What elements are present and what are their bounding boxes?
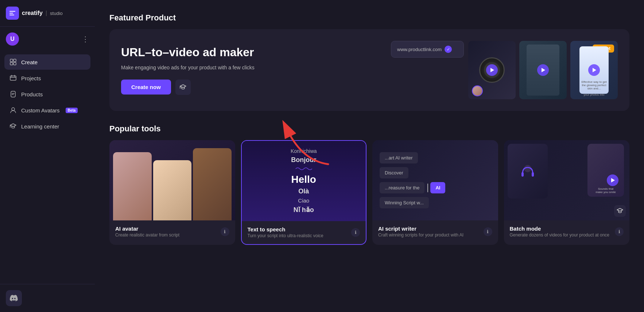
tool-card-ai-avatar[interactable]: AI avatar Create realistic avatar from s…: [109, 140, 235, 245]
tool-footer-avatar: AI avatar Create realistic avatar from s…: [109, 220, 235, 243]
learning-icon: [9, 123, 17, 130]
avatar-icon: [9, 107, 17, 114]
headphones-person: [508, 144, 548, 199]
svg-rect-2: [9, 15, 14, 15]
beta-badge: Beta: [66, 108, 78, 113]
svg-rect-3: [10, 59, 13, 62]
play-button-2[interactable]: [537, 64, 549, 76]
projects-icon: [9, 74, 17, 82]
main-content: Featured Product URL–to–video ad maker M…: [95, 0, 644, 312]
featured-actions: Create now: [121, 80, 255, 95]
featured-right: www.productlink.com ✓: [391, 41, 618, 99]
graduation-icon: [614, 205, 626, 217]
sidebar-item-custom-avatars[interactable]: Custom Avatars Beta: [4, 103, 90, 118]
svg-rect-7: [10, 76, 16, 80]
thumb-label: your photos into: [570, 93, 618, 96]
studio-label: studio: [50, 11, 63, 16]
batch-video-thumb: Sounds thatmake you smile: [587, 144, 624, 197]
tool-card-tts[interactable]: Konnichiwa Bonjour Hello Olà Ciao Nǐ hǎo: [241, 140, 367, 245]
user-row: U ⋮: [0, 27, 95, 51]
sidebar-item-create[interactable]: Create: [4, 54, 90, 70]
svg-rect-5: [10, 62, 13, 65]
featured-section: Featured Product URL–to–video ad maker M…: [109, 13, 629, 111]
tool-footer-batch: Batch mode Generate dozens of videos for…: [504, 220, 630, 243]
learn-button[interactable]: [175, 80, 191, 95]
tool-thumb-avatar: [109, 140, 235, 220]
svg-rect-4: [13, 59, 16, 62]
create-icon: [9, 58, 17, 66]
tts-word-konnichiwa: Konnichiwa: [291, 148, 317, 154]
sidebar-item-label: Custom Avatars: [21, 107, 60, 113]
logo-area: creatify | studio: [6, 7, 63, 20]
nav-list: Create Projects Products: [0, 51, 95, 137]
video-thumb-skincare: 🔥 Hot Effective way to getthe glowing pe…: [570, 41, 618, 99]
tool-thumb-tts: Konnichiwa Bonjour Hello Olà Ciao Nǐ hǎo: [242, 141, 366, 221]
tool-card-script[interactable]: ...art AI writer Discover ...reasure for…: [372, 140, 498, 245]
svg-rect-1: [9, 13, 13, 14]
popular-section: Popular tools AI avatar C: [109, 124, 629, 245]
brand-name: creatify: [22, 10, 43, 16]
logo-text: creatify | studio: [22, 10, 63, 16]
svg-rect-6: [13, 62, 16, 65]
tts-wave: [260, 166, 348, 172]
tool-thumb-script: ...art AI writer Discover ...reasure for…: [372, 140, 498, 220]
tts-word-ciao: Ciao: [298, 197, 309, 204]
tool-footer-script: AI script writer Craft winning scripts f…: [372, 220, 498, 243]
avatar-face: [472, 85, 483, 96]
sidebar-header: creatify | studio: [0, 0, 95, 27]
tts-word-hello: Hello: [291, 174, 316, 185]
headphones-icon: [519, 162, 537, 180]
sidebar-footer: [0, 284, 95, 312]
popular-title: Popular tools: [109, 124, 629, 134]
sidebar-item-projects[interactable]: Projects: [4, 70, 90, 86]
featured-left: URL–to–video ad maker Make engaging vide…: [121, 45, 255, 95]
batch-thumb-label: Sounds thatmake you smile: [590, 187, 621, 194]
tool-desc: Turn your script into ultra-realistic vo…: [248, 233, 323, 239]
tts-word-bonjour: Bonjour: [291, 156, 316, 164]
avatar[interactable]: U: [6, 32, 19, 46]
url-input-mockup: www.productlink.com ✓: [391, 41, 464, 58]
tool-desc: Create realistic avatar from script: [115, 232, 179, 238]
sidebar-item-label: Create: [21, 59, 38, 65]
sidebar: creatify | studio U ⋮ Create: [0, 0, 95, 312]
play-button[interactable]: [486, 64, 498, 76]
ai-chip-2: Discover: [380, 167, 408, 178]
video-thumb-person: [519, 41, 567, 99]
user-more-icon[interactable]: ⋮: [82, 35, 89, 43]
ai-chip-1: ...art AI writer: [380, 152, 418, 163]
face-col-2: [153, 160, 192, 220]
tool-name: Batch mode: [510, 226, 610, 232]
tool-name: AI avatar: [115, 226, 179, 232]
tool-thumb-batch: Sounds thatmake you smile: [504, 140, 630, 220]
video-thumbnails: 🔥 Hot Effective way to getthe glowing pe…: [468, 41, 618, 99]
batch-play-button[interactable]: [607, 174, 618, 186]
tool-info-icon[interactable]: ℹ: [221, 227, 229, 236]
sidebar-item-label: Learning center: [21, 123, 59, 130]
tts-word-ola: Olà: [298, 188, 309, 195]
url-check-icon: ✓: [445, 46, 452, 53]
url-text: www.productlink.com: [397, 47, 442, 52]
featured-title: Featured Product: [109, 13, 629, 23]
ai-chip-3: ...reasure for the: [380, 182, 424, 193]
logo-icon: [6, 7, 19, 20]
ai-chip-highlight: AI: [430, 182, 445, 193]
tool-info-icon[interactable]: ℹ: [351, 228, 360, 237]
tools-grid: AI avatar Create realistic avatar from s…: [109, 140, 629, 245]
play-button-3[interactable]: [588, 64, 600, 76]
tool-name: Text to speech: [248, 226, 323, 232]
tool-info-icon[interactable]: ℹ: [615, 227, 624, 236]
tool-desc: Craft winning scripts for your product w…: [378, 232, 463, 238]
sidebar-item-learning-center[interactable]: Learning center: [4, 119, 90, 134]
tool-info-icon[interactable]: ℹ: [484, 227, 492, 236]
tool-name: AI script writer: [378, 226, 463, 232]
cursor-blink: [427, 184, 428, 192]
video-thumb-watch: [468, 41, 516, 99]
create-now-button[interactable]: Create now: [121, 80, 171, 95]
face-col-1: [113, 152, 152, 220]
tool-card-batch[interactable]: ✨ New Sounds thatmake you smi: [504, 140, 630, 245]
svg-point-8: [12, 108, 15, 111]
discord-button[interactable]: [6, 290, 22, 306]
sidebar-item-label: Projects: [21, 75, 41, 81]
sidebar-item-products[interactable]: Products: [4, 86, 90, 102]
face-col-3: [193, 148, 232, 220]
